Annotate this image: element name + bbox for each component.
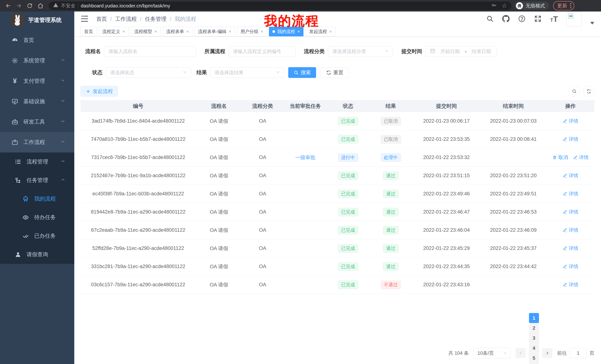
search-button[interactable]: 搜索 [288,67,316,78]
detail-link[interactable]: 详情 [573,154,589,161]
status-select[interactable]: 请选择状态 [106,67,191,78]
sidebar-item-payment[interactable]: ¥ 支付管理 [0,71,74,91]
tab-流程定义[interactable]: 流程定义 × [99,27,129,36]
breadcrumb-item[interactable]: 工作流程 [115,15,137,23]
next-page-button[interactable] [542,348,552,358]
detail-link[interactable]: 详情 [562,227,578,233]
incognito-badge: 无痕模式 [515,1,549,10]
close-icon[interactable]: × [122,29,125,34]
avatar[interactable] [566,11,582,27]
detail-link[interactable]: 详情 [562,209,578,215]
omnibox-divider [78,3,78,8]
github-icon[interactable] [502,15,510,23]
cell-status: 已完成 [328,135,369,144]
sidebar-item-label: 请假查询 [27,251,48,258]
refresh-table-button[interactable] [583,86,594,97]
sidebar-item-process-manage[interactable]: 流程管理 [0,153,74,171]
cell-name: OA 请假 [196,136,242,143]
page-size-select[interactable]: 10条/页 [474,348,510,358]
sidebar-item-workflow[interactable]: 工作流程 [0,132,74,153]
goto-suffix: 页 [590,350,594,356]
breadcrumb-item[interactable]: 首页 [96,15,107,23]
update-button[interactable]: 更新 [553,1,574,10]
chevron-down-icon [60,58,65,64]
avatar-dropdown-icon[interactable] [590,22,594,25]
start-process-button[interactable]: 发起流程 [80,86,118,96]
cell-category: OA [242,136,283,142]
close-icon[interactable]: × [329,29,332,34]
detail-link[interactable]: 详情 [562,281,578,288]
page-button-6[interactable]: 6 [529,363,539,364]
result-select[interactable]: 请选择流结果 [210,67,285,78]
tab-首页[interactable]: 首页 [80,27,97,36]
breadcrumb-item[interactable]: 任务管理 [145,15,166,23]
detail-link[interactable]: 详情 [562,191,578,197]
status-badge: 不通过 [381,280,401,289]
close-icon[interactable]: × [229,29,231,34]
cell-current-task[interactable]: 一级审批 [283,154,328,161]
fullscreen-icon[interactable] [534,15,541,23]
table-toolbar: 发起流程 [80,86,594,97]
page-button-1[interactable]: 1 [529,313,539,323]
cell-id: 2152467e-7b9b-11ec-9a1b-acde48001122 [80,173,196,179]
back-icon[interactable] [3,1,13,10]
cell-actions: 详情 [547,172,594,179]
sidebar-item-home[interactable]: 首页 [0,30,74,50]
detail-link[interactable]: 详情 [562,118,578,124]
prev-page-button[interactable] [516,348,526,358]
font-size-icon[interactable]: TT [550,15,558,24]
close-icon[interactable]: × [186,29,189,34]
tab-流程模型[interactable]: 流程模型 × [131,27,160,36]
forward-icon[interactable] [14,1,24,10]
column-header: 结果 [369,103,413,110]
detail-link[interactable]: 详情 [562,172,578,179]
detail-link[interactable]: 详情 [562,245,578,252]
sidebar-collapse-icon[interactable] [80,15,88,23]
chevron-down-icon [60,98,65,105]
tab-用户分组[interactable]: 用户分组 × [237,27,267,36]
page-button-3[interactable]: 3 [529,333,539,343]
process-name-input[interactable] [104,46,196,57]
process-definition-input[interactable] [229,46,295,57]
tab-流程表单[interactable]: 流程表单 × [163,27,192,36]
cell-category: OA [242,209,283,215]
yuan-icon: ¥ [11,78,19,84]
cell-result: 已取消 [369,117,413,125]
cell-end-time: 2022-01-22 23:49:51 [480,191,547,197]
page-button-4[interactable]: 4 [529,343,539,353]
close-icon[interactable]: × [154,29,157,34]
browser-menu-icon[interactable] [570,3,571,8]
tab-流程表单-编辑[interactable]: 流程表单-编辑 × [195,27,235,36]
page-button-5[interactable]: 5 [529,353,539,363]
goto-page-input[interactable] [570,348,587,358]
key-icon[interactable] [491,2,497,9]
cancel-link[interactable]: 取消 [552,154,568,161]
sidebar-item-my-process[interactable]: 我的流程 [0,190,74,208]
chevron-up-icon [60,177,65,183]
close-icon[interactable]: × [297,29,300,34]
detail-link[interactable]: 详情 [562,263,578,270]
page-button-2[interactable]: 2 [529,323,539,333]
search-icon[interactable] [486,15,494,23]
start-process-label: 发起流程 [93,88,113,95]
sidebar-item-done-tasks[interactable]: 已办任务 [0,227,74,245]
sidebar-item-devtools[interactable]: 研发工具 [0,112,74,132]
sidebar-item-leave-query[interactable]: 请假查询 [0,245,74,264]
close-icon[interactable]: × [260,29,263,34]
address-bar[interactable]: 不安全 dashboard.yudao.iocoder.cn/bpm/task/… [49,1,511,10]
date-end-placeholder: 结束日期 [470,48,493,55]
cell-actions: 详情 [547,263,594,270]
submit-time-range-picker[interactable]: 开始日期 - 结束日期 [425,46,497,57]
help-icon[interactable] [518,15,526,23]
sidebar-item-todo-tasks[interactable]: 待办任务 [0,208,74,227]
sidebar-item-system[interactable]: 系统管理 [0,50,74,71]
sidebar-item-task-manage[interactable]: 任务管理 [0,171,74,190]
reset-button[interactable]: 重置 [321,67,349,78]
home-icon[interactable] [36,1,45,10]
process-category-select[interactable]: 请选择流程分类 [328,46,393,57]
detail-link[interactable]: 详情 [562,136,578,143]
bookmark-star-icon[interactable]: ☆ [502,3,507,9]
show-search-toggle-button[interactable] [569,86,580,97]
sidebar-item-infra[interactable]: 基础设施 [0,91,74,112]
reload-icon[interactable] [25,1,35,10]
